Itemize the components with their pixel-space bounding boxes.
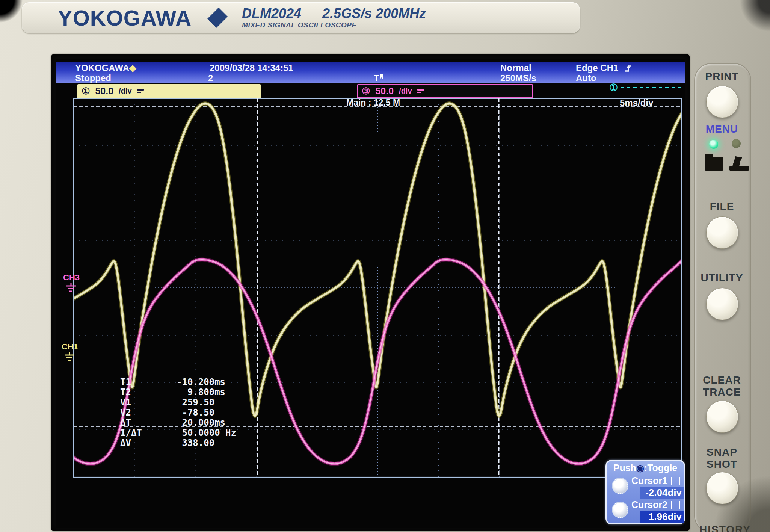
cursor1-marker-icon <box>671 477 680 485</box>
measurement-value: -10.200ms <box>177 377 225 387</box>
main-record-length: Main : 12.5 M <box>346 98 400 108</box>
menu-led-on <box>709 140 718 149</box>
screen: YOKOGAWA◆ 2009/03/28 14:34:51 Stopped 2 … <box>56 59 685 528</box>
measurement-row: T1-10.200ms <box>120 377 225 387</box>
file-button[interactable] <box>706 216 738 249</box>
menu-led-off <box>732 139 741 148</box>
measurement-row: V1 259.50 <box>120 397 214 408</box>
model-block: DLM2024 2.5GS/s 200MHz MIXED SIGNAL OSCI… <box>242 6 426 29</box>
cursor1-value: -2.04div <box>640 487 684 499</box>
measurement-label: T1 <box>120 377 177 387</box>
measurement-label: V1 <box>120 397 177 408</box>
clear-trace-label-1: CLEAR <box>694 374 750 386</box>
measurement-row: V2 -78.50 <box>120 407 214 418</box>
brand-logo-text: YOKOGAWA <box>58 5 192 30</box>
oscilloscope-front-panel: { "device": { "brand": "YOKOGAWA", "mode… <box>0 0 770 532</box>
snap-shot-label-2: SHOT <box>694 458 750 470</box>
ch1-trace <box>56 103 685 424</box>
measurement-value: 259.50 <box>177 397 214 408</box>
printer-icon <box>729 166 749 171</box>
measurement-value: 20.000ms <box>177 417 225 428</box>
timebase-scale: 5ms/div <box>620 98 653 108</box>
measurement-value: 9.800ms <box>177 387 225 397</box>
utility-button[interactable] <box>706 288 738 320</box>
waveform-display <box>56 59 685 528</box>
measurement-row: ΔV 338.00 <box>120 438 214 448</box>
ch1-ground-icon <box>63 352 76 364</box>
measurement-value: -78.50 <box>177 407 214 418</box>
cursor1-label: Cursor1 <box>631 475 680 486</box>
measurement-label: ΔV <box>120 438 177 448</box>
ch1-marker-label: CH1 <box>62 342 78 352</box>
measurement-label: T2 <box>120 387 177 397</box>
cursor1-knob[interactable] <box>612 478 628 494</box>
cursor2-knob[interactable] <box>612 502 628 518</box>
menu-label: MENU <box>694 123 750 135</box>
folder-icon <box>705 157 723 171</box>
print-button-label: PRINT <box>694 71 750 83</box>
knob-push-icon: ◉ <box>636 463 644 473</box>
clear-trace-button[interactable] <box>706 401 738 433</box>
snap-shot-button[interactable] <box>706 472 738 504</box>
measurement-label: 1/ΔT <box>120 428 177 438</box>
cursor-panel-header: Push◉:Toggle <box>607 462 684 473</box>
measurement-label: V2 <box>120 407 177 418</box>
cursor2-label: Cursor2 <box>631 499 680 510</box>
measurement-value: 50.0000 Hz <box>177 428 236 438</box>
model-subtitle: MIXED SIGNAL OSCILLOSCOPE <box>242 21 426 29</box>
file-button-label: FILE <box>694 201 750 213</box>
measurement-label: ΔT <box>120 417 177 428</box>
utility-button-label: UTILITY <box>694 272 750 284</box>
ch3-ground-icon <box>65 283 77 295</box>
cursor-knob-panel: Push◉:Toggle Cursor1 -2.04div Cursor2 1.… <box>605 460 685 524</box>
cursor2-value: 1.96div <box>640 511 684 523</box>
measurement-value: 338.00 <box>177 438 214 448</box>
brand-diamond-icon <box>207 8 228 28</box>
clear-trace-label-2: TRACE <box>694 386 750 398</box>
cursor2-marker-icon <box>671 501 680 509</box>
model-specs: 2.5GS/s 200MHz <box>322 6 426 21</box>
model-name: DLM2024 <box>242 6 301 21</box>
history-label-clipped: HISTORY <box>699 524 767 532</box>
snap-shot-label-1: SNAP <box>694 446 750 458</box>
print-button[interactable] <box>706 86 738 118</box>
measurement-row: T2 9.800ms <box>120 387 225 397</box>
measurement-row: ΔT 20.000ms <box>120 417 225 428</box>
measurement-row: 1/ΔT 50.0000 Hz <box>120 428 236 438</box>
ch3-marker-label: CH3 <box>63 273 80 283</box>
brand-plate: YOKOGAWA DLM2024 2.5GS/s 200MHz MIXED SI… <box>22 2 580 33</box>
